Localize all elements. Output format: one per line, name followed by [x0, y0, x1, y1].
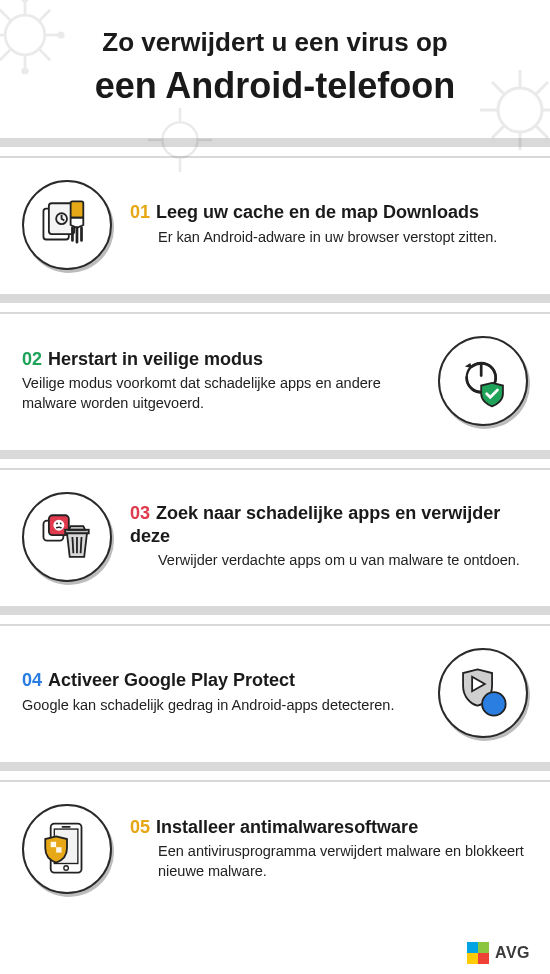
- svg-point-42: [482, 692, 506, 716]
- title-line-1: Zo verwijdert u een virus op: [102, 27, 447, 57]
- svg-point-35: [53, 519, 64, 530]
- trash-app-icon: [22, 492, 112, 582]
- step-desc: Veilige modus voorkomt dat schadelijke a…: [22, 374, 420, 413]
- divider: [0, 762, 550, 782]
- divider: [0, 138, 550, 158]
- svg-rect-46: [62, 825, 71, 827]
- avg-logo-icon: [467, 942, 489, 964]
- step-desc: Er kan Android-adware in uw browser vers…: [130, 228, 528, 248]
- step-number: 05: [130, 817, 150, 837]
- brand-name: AVG: [495, 944, 530, 962]
- svg-point-45: [64, 865, 69, 870]
- step-title: Installeer antimalwaresoftware: [156, 817, 418, 837]
- step-3: 03Zoek naar schadelijke apps en verwijde…: [0, 470, 550, 606]
- divider: [0, 450, 550, 470]
- play-protect-icon: [438, 648, 528, 738]
- title-line-2: een Android-telefoon: [24, 63, 526, 108]
- svg-line-39: [72, 537, 73, 553]
- step-2: 02Herstart in veilige modus Veilige modu…: [0, 314, 550, 450]
- step-number: 04: [22, 670, 42, 690]
- step-desc: Een antivirusprogramma verwijdert malwar…: [130, 842, 528, 881]
- step-desc: Google kan schadelijk gedrag in Android-…: [22, 696, 420, 716]
- phone-shield-icon: [22, 804, 112, 894]
- page-title: Zo verwijdert u een virus op een Android…: [24, 26, 526, 108]
- svg-point-36: [56, 522, 58, 524]
- svg-point-37: [60, 522, 62, 524]
- brush-icon: [22, 180, 112, 270]
- step-number: 02: [22, 349, 42, 369]
- step-title: Leeg uw cache en de map Downloads: [156, 202, 479, 222]
- divider: [0, 606, 550, 626]
- svg-rect-47: [51, 841, 56, 846]
- power-shield-icon: [438, 336, 528, 426]
- step-number: 03: [130, 503, 150, 523]
- step-title: Activeer Google Play Protect: [48, 670, 295, 690]
- svg-rect-30: [71, 201, 84, 217]
- step-1: 01Leeg uw cache en de map Downloads Er k…: [0, 158, 550, 294]
- svg-rect-48: [56, 847, 61, 852]
- step-number: 01: [130, 202, 150, 222]
- step-5: 05Installeer antimalwaresoftware Een ant…: [0, 782, 550, 918]
- brand-logo: AVG: [467, 942, 530, 964]
- step-title: Zoek naar schadelijke apps en verwijder …: [130, 503, 500, 546]
- step-title: Herstart in veilige modus: [48, 349, 263, 369]
- step-4: 04Activeer Google Play Protect Google ka…: [0, 626, 550, 762]
- step-desc: Verwijder verdachte apps om u van malwar…: [130, 551, 528, 571]
- divider: [0, 294, 550, 314]
- svg-line-41: [81, 537, 82, 553]
